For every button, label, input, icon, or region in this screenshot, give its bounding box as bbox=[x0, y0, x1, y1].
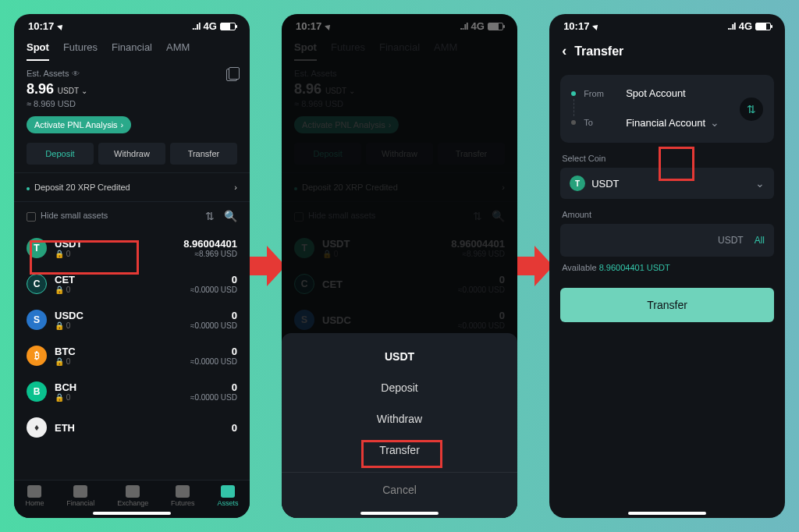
network-label: 4G bbox=[204, 20, 217, 32]
hide-small-assets-toggle[interactable]: Hide small assets bbox=[27, 211, 108, 221]
search-icon[interactable]: 🔍 bbox=[224, 210, 237, 222]
tab-amm[interactable]: AMM bbox=[166, 41, 190, 61]
sort-icon[interactable]: ⇅ bbox=[205, 210, 215, 222]
screen-transfer: 10:17 ..ıl4G ‹ Transfer From Spot Accoun… bbox=[549, 14, 785, 518]
status-bar: 10:17 ..ıl 4G bbox=[14, 14, 250, 35]
nav-home[interactable]: Home bbox=[25, 485, 44, 507]
tab-financial[interactable]: Financial bbox=[112, 41, 152, 61]
lock-icon: 🔒 0 bbox=[55, 250, 82, 258]
chevron-down-icon: ⌄ bbox=[755, 177, 765, 190]
location-icon bbox=[57, 20, 63, 32]
tab-spot[interactable]: Spot bbox=[27, 41, 49, 61]
usdt-icon: T bbox=[570, 176, 585, 191]
select-coin-label: Select Coin bbox=[562, 154, 772, 163]
swap-accounts-button[interactable]: ⇅ bbox=[740, 98, 763, 121]
usdc-icon: S bbox=[27, 310, 47, 330]
to-label: To bbox=[584, 118, 618, 127]
asset-row-cet[interactable]: C CET 🔒 0 0 ≈0.0000 USD bbox=[14, 266, 250, 302]
step-arrow-2 bbox=[517, 246, 549, 286]
screen-spot-assets: 10:17 ..ıl 4G Spot Futures Financial AMM… bbox=[14, 14, 250, 518]
tab-futures[interactable]: Futures bbox=[63, 41, 98, 61]
battery-icon bbox=[220, 23, 236, 30]
chevron-down-icon: ⌄ bbox=[710, 116, 719, 129]
back-button[interactable]: ‹ bbox=[562, 43, 566, 59]
sheet-cancel[interactable]: Cancel bbox=[282, 472, 517, 499]
sheet-withdraw[interactable]: Withdraw bbox=[282, 403, 517, 434]
total-balance: 8.96 USDT ⌄ bbox=[27, 81, 87, 98]
approx-balance: ≈ 8.969 USD bbox=[27, 99, 87, 108]
available-balance: Available 8.96004401 USDT bbox=[562, 263, 772, 272]
amount-unit: USDT bbox=[718, 235, 744, 246]
nav-futures[interactable]: Futures bbox=[171, 485, 195, 507]
action-sheet: USDT Deposit Withdraw Transfer Cancel bbox=[282, 333, 517, 518]
status-bar: 10:17 ..ıl4G bbox=[549, 14, 785, 35]
battery-icon bbox=[755, 23, 771, 30]
asset-row-usdc[interactable]: S USDC 🔒 0 0 ≈0.0000 USD bbox=[14, 302, 250, 338]
asset-row-btc[interactable]: ₿ BTC 🔒 0 0 ≈0.0000 USD bbox=[14, 338, 250, 374]
chevron-right-icon: › bbox=[234, 183, 237, 192]
amount-all-button[interactable]: All bbox=[755, 235, 765, 246]
screen-action-sheet: 10:17 ..ıl4G Spot Futures Financial AMM … bbox=[282, 14, 517, 518]
credit-notice[interactable]: Deposit 20 XRP Credited › bbox=[14, 172, 250, 202]
pnl-analysis-button[interactable]: Activate PNL Analysis› bbox=[27, 116, 131, 133]
accounts-card: From Spot Account To Financial Account⌄ … bbox=[560, 75, 774, 143]
withdraw-button[interactable]: Withdraw bbox=[98, 143, 165, 165]
from-account[interactable]: Spot Account bbox=[626, 87, 686, 99]
asset-tabs: Spot Futures Financial AMM bbox=[14, 35, 250, 61]
page-title: Transfer bbox=[574, 44, 623, 59]
to-account[interactable]: Financial Account⌄ bbox=[626, 116, 719, 129]
home-indicator bbox=[628, 512, 706, 515]
step-arrow-1 bbox=[250, 246, 282, 286]
est-assets-label: Est. Assets bbox=[27, 69, 87, 78]
bch-icon: B bbox=[27, 381, 47, 402]
sheet-deposit[interactable]: Deposit bbox=[282, 372, 517, 403]
transfer-button[interactable]: Transfer bbox=[170, 143, 237, 165]
signal-icon: ..ıl bbox=[192, 20, 200, 32]
from-label: From bbox=[584, 89, 618, 98]
eye-icon[interactable] bbox=[72, 69, 80, 78]
select-coin[interactable]: TUSDT ⌄ bbox=[560, 168, 774, 199]
asset-row-usdt[interactable]: T USDT 🔒 0 8.96004401 ≈8.969 USD bbox=[14, 230, 250, 266]
amount-input[interactable]: USDT All bbox=[560, 224, 774, 257]
amount-label: Amount bbox=[562, 210, 772, 219]
nav-exchange[interactable]: Exchange bbox=[117, 485, 148, 507]
sheet-transfer[interactable]: Transfer bbox=[282, 434, 517, 466]
asset-row-bch[interactable]: B BCH 🔒 0 0 ≈0.0000 USD bbox=[14, 374, 250, 410]
eth-icon: ♦ bbox=[27, 417, 47, 438]
confirm-transfer-button[interactable]: Transfer bbox=[560, 288, 774, 322]
cet-icon: C bbox=[27, 274, 47, 294]
asset-row-eth[interactable]: ♦ ETH 0 bbox=[14, 410, 250, 445]
deposit-button[interactable]: Deposit bbox=[27, 143, 94, 165]
btc-icon: ₿ bbox=[27, 346, 47, 366]
nav-assets[interactable]: Assets bbox=[217, 485, 238, 507]
location-icon bbox=[592, 20, 598, 32]
home-indicator bbox=[93, 512, 171, 515]
sheet-title: USDT bbox=[282, 346, 517, 372]
status-time: 10:17 bbox=[28, 20, 54, 32]
nav-financial[interactable]: Financial bbox=[66, 485, 94, 507]
usdt-icon: T bbox=[27, 238, 47, 258]
copy-icon[interactable] bbox=[226, 69, 237, 81]
home-indicator bbox=[360, 512, 439, 515]
